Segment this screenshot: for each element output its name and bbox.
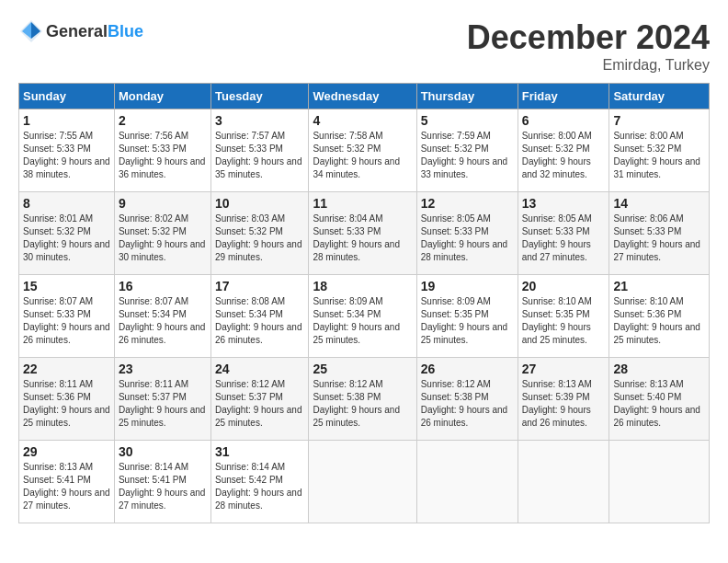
calendar-cell: 13 Sunrise: 8:05 AMSunset: 5:33 PMDaylig… [518,192,609,275]
calendar-cell [416,441,518,523]
weekday-header: Friday [518,84,609,109]
calendar-cell: 25 Sunrise: 8:12 AMSunset: 5:38 PMDaylig… [309,358,416,441]
day-info: Sunrise: 8:02 AMSunset: 5:32 PMDaylight:… [119,213,207,264]
weekday-header: Wednesday [309,84,416,109]
day-number: 29 [23,444,110,459]
day-number: 30 [119,444,207,459]
day-number: 14 [613,196,705,211]
day-info: Sunrise: 8:05 AMSunset: 5:33 PMDaylight:… [522,213,606,264]
day-number: 1 [23,113,110,128]
day-number: 6 [522,113,606,128]
day-info: Sunrise: 8:14 AMSunset: 5:41 PMDaylight:… [119,461,207,512]
calendar-cell: 7 Sunrise: 8:00 AMSunset: 5:32 PMDayligh… [609,109,710,192]
weekday-header: Monday [114,84,210,109]
day-number: 3 [215,113,304,128]
day-number: 8 [23,196,110,211]
calendar-cell: 3 Sunrise: 7:57 AMSunset: 5:33 PMDayligh… [210,109,308,192]
calendar-cell: 30 Sunrise: 8:14 AMSunset: 5:41 PMDaylig… [114,441,210,523]
day-info: Sunrise: 8:14 AMSunset: 5:42 PMDaylight:… [215,461,304,512]
calendar-cell [309,441,416,523]
calendar-cell: 6 Sunrise: 8:00 AMSunset: 5:32 PMDayligh… [518,109,609,192]
calendar-week-row: 22 Sunrise: 8:11 AMSunset: 5:36 PMDaylig… [19,358,710,441]
day-number: 31 [215,444,304,459]
day-number: 13 [522,196,606,211]
logo: GeneralBlue [18,18,143,44]
logo-general: General [46,22,108,40]
calendar-cell: 24 Sunrise: 8:12 AMSunset: 5:37 PMDaylig… [210,358,308,441]
day-number: 5 [421,113,514,128]
calendar-cell: 21 Sunrise: 8:10 AMSunset: 5:36 PMDaylig… [609,275,710,358]
day-number: 26 [421,362,514,376]
calendar-table: SundayMondayTuesdayWednesdayThursdayFrid… [18,83,710,523]
calendar-cell: 26 Sunrise: 8:12 AMSunset: 5:38 PMDaylig… [416,358,518,441]
weekday-header: Saturday [609,84,710,109]
calendar-cell: 4 Sunrise: 7:58 AMSunset: 5:32 PMDayligh… [309,109,416,192]
day-info: Sunrise: 8:10 AMSunset: 5:36 PMDaylight:… [613,295,705,347]
calendar-week-row: 1 Sunrise: 7:55 AMSunset: 5:33 PMDayligh… [19,109,710,192]
day-number: 2 [119,113,207,128]
day-info: Sunrise: 8:09 AMSunset: 5:35 PMDaylight:… [421,295,514,347]
day-number: 12 [421,196,514,211]
day-number: 21 [613,279,705,293]
day-info: Sunrise: 8:11 AMSunset: 5:36 PMDaylight:… [23,378,110,430]
day-number: 18 [313,279,412,293]
calendar-cell: 29 Sunrise: 8:13 AMSunset: 5:41 PMDaylig… [19,441,115,523]
calendar-cell [609,441,710,523]
weekday-header: Thursday [416,84,518,109]
location-title: Emirdag, Turkey [467,57,710,74]
calendar-cell: 5 Sunrise: 7:59 AMSunset: 5:32 PMDayligh… [416,109,518,192]
day-info: Sunrise: 8:12 AMSunset: 5:38 PMDaylight:… [421,378,514,430]
title-area: December 2024 Emirdag, Turkey [467,18,710,74]
day-info: Sunrise: 8:01 AMSunset: 5:32 PMDaylight:… [23,213,110,264]
day-number: 22 [23,362,110,376]
calendar-cell: 9 Sunrise: 8:02 AMSunset: 5:32 PMDayligh… [114,192,210,275]
day-info: Sunrise: 8:00 AMSunset: 5:32 PMDaylight:… [613,130,705,181]
day-info: Sunrise: 7:56 AMSunset: 5:33 PMDaylight:… [119,130,207,181]
calendar-cell [518,441,609,523]
day-info: Sunrise: 8:13 AMSunset: 5:41 PMDaylight:… [23,461,110,512]
calendar-week-row: 15 Sunrise: 8:07 AMSunset: 5:33 PMDaylig… [19,275,710,358]
calendar-week-row: 29 Sunrise: 8:13 AMSunset: 5:41 PMDaylig… [19,441,710,523]
day-number: 4 [313,113,412,128]
page-header: GeneralBlue December 2024 Emirdag, Turke… [18,18,710,74]
calendar-cell: 8 Sunrise: 8:01 AMSunset: 5:32 PMDayligh… [19,192,115,275]
day-info: Sunrise: 8:11 AMSunset: 5:37 PMDaylight:… [119,378,207,430]
calendar-cell: 17 Sunrise: 8:08 AMSunset: 5:34 PMDaylig… [210,275,308,358]
calendar-cell: 18 Sunrise: 8:09 AMSunset: 5:34 PMDaylig… [309,275,416,358]
calendar-cell: 23 Sunrise: 8:11 AMSunset: 5:37 PMDaylig… [114,358,210,441]
day-info: Sunrise: 8:12 AMSunset: 5:37 PMDaylight:… [215,378,304,430]
weekday-header: Sunday [19,84,115,109]
logo-blue: Blue [108,22,143,40]
day-info: Sunrise: 7:57 AMSunset: 5:33 PMDaylight:… [215,130,304,181]
calendar-cell: 27 Sunrise: 8:13 AMSunset: 5:39 PMDaylig… [518,358,609,441]
day-info: Sunrise: 8:07 AMSunset: 5:33 PMDaylight:… [23,295,110,347]
day-number: 16 [119,279,207,293]
day-info: Sunrise: 8:06 AMSunset: 5:33 PMDaylight:… [613,213,705,264]
calendar-week-row: 8 Sunrise: 8:01 AMSunset: 5:32 PMDayligh… [19,192,710,275]
day-number: 28 [613,362,705,376]
day-info: Sunrise: 8:00 AMSunset: 5:32 PMDaylight:… [522,130,606,181]
calendar-cell: 15 Sunrise: 8:07 AMSunset: 5:33 PMDaylig… [19,275,115,358]
calendar-cell: 1 Sunrise: 7:55 AMSunset: 5:33 PMDayligh… [19,109,115,192]
calendar-cell: 19 Sunrise: 8:09 AMSunset: 5:35 PMDaylig… [416,275,518,358]
day-info: Sunrise: 8:13 AMSunset: 5:39 PMDaylight:… [522,378,606,430]
calendar-cell: 31 Sunrise: 8:14 AMSunset: 5:42 PMDaylig… [210,441,308,523]
day-number: 7 [613,113,705,128]
day-info: Sunrise: 8:08 AMSunset: 5:34 PMDaylight:… [215,295,304,347]
calendar-header-row: SundayMondayTuesdayWednesdayThursdayFrid… [19,84,710,109]
day-info: Sunrise: 7:55 AMSunset: 5:33 PMDaylight:… [23,130,110,181]
calendar-cell: 28 Sunrise: 8:13 AMSunset: 5:40 PMDaylig… [609,358,710,441]
day-number: 23 [119,362,207,376]
day-number: 20 [522,279,606,293]
weekday-header: Tuesday [210,84,308,109]
calendar-cell: 20 Sunrise: 8:10 AMSunset: 5:35 PMDaylig… [518,275,609,358]
day-info: Sunrise: 8:04 AMSunset: 5:33 PMDaylight:… [313,213,412,264]
calendar-cell: 16 Sunrise: 8:07 AMSunset: 5:34 PMDaylig… [114,275,210,358]
day-info: Sunrise: 8:10 AMSunset: 5:35 PMDaylight:… [522,295,606,347]
day-number: 27 [522,362,606,376]
day-info: Sunrise: 8:05 AMSunset: 5:33 PMDaylight:… [421,213,514,264]
day-number: 11 [313,196,412,211]
day-info: Sunrise: 8:13 AMSunset: 5:40 PMDaylight:… [613,378,705,430]
calendar-cell: 11 Sunrise: 8:04 AMSunset: 5:33 PMDaylig… [309,192,416,275]
day-info: Sunrise: 7:58 AMSunset: 5:32 PMDaylight:… [313,130,412,181]
